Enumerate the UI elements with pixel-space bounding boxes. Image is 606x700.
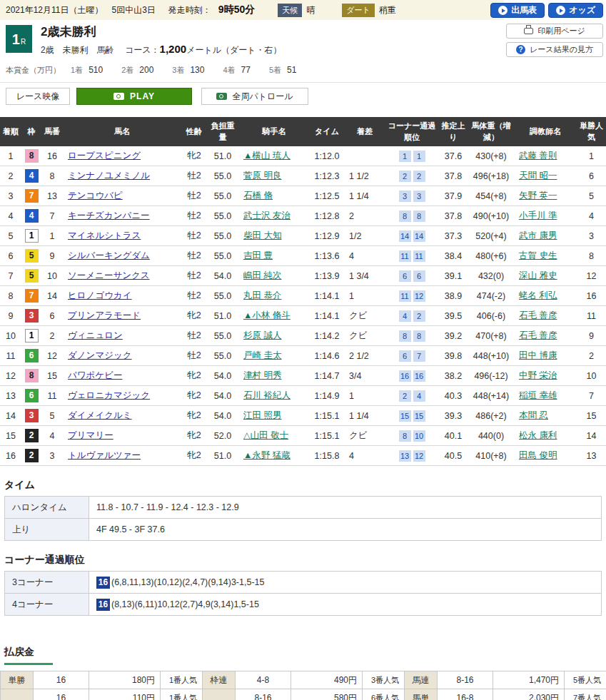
trainer-link[interactable]: 深山 雅史 bbox=[519, 270, 557, 280]
horse-link[interactable]: キーチズカンパニー bbox=[68, 210, 150, 220]
cell-last-3f: 38.4 bbox=[438, 246, 468, 266]
result-row: 12 8 15 パワポケビー 牝2 54.0 津村 明秀 1:14.7 3/4 … bbox=[0, 366, 606, 386]
race-number-box: 1 R bbox=[6, 25, 32, 53]
horse-link[interactable]: プリンアラモード bbox=[68, 310, 141, 320]
result-row: 10 1 2 ヴィニュロン 牡2 55.0 杉原 誠人 1:14.2 クビ 88… bbox=[0, 326, 606, 346]
topbar: 2021年12月11日（土曜） 5回中山3日 発走時刻： 9時50分 天候 晴 … bbox=[0, 0, 504, 20]
trainer-link[interactable]: 小手川 準 bbox=[519, 210, 557, 220]
corner-chip: 14 bbox=[413, 230, 425, 242]
trainer-link[interactable]: 蛯名 利弘 bbox=[519, 290, 557, 300]
patrol-video-button[interactable]: 全周パトロール bbox=[201, 88, 308, 105]
cell-trainer: 稲垣 幸雄 bbox=[514, 386, 577, 406]
cell-time: 1:12.3 bbox=[310, 166, 344, 186]
quinella-amount: 1,470円 bbox=[493, 671, 565, 689]
jockey-link[interactable]: 嶋田 純次 bbox=[243, 270, 281, 280]
cell-corner-order: 66 bbox=[385, 266, 438, 286]
jockey-link[interactable]: △山田 敬士 bbox=[243, 430, 288, 440]
cell-bracket: 4 bbox=[21, 166, 41, 186]
trainer-link[interactable]: 石毛 善彦 bbox=[519, 310, 557, 320]
furlong-times-value: 11.8 - 10.7 - 11.9 - 12.4 - 12.3 - 12.9 bbox=[89, 497, 602, 519]
jockey-link[interactable]: ▲永野 猛蔵 bbox=[243, 450, 291, 460]
help-icon: ? bbox=[516, 45, 525, 54]
cell-trainer: 深山 雅史 bbox=[514, 266, 577, 286]
entries-button[interactable]: 出馬表 bbox=[490, 3, 545, 18]
jockey-link[interactable]: ▲横山 琉人 bbox=[243, 151, 291, 161]
trainer-link[interactable]: 稲垣 幸雄 bbox=[519, 390, 557, 400]
jockey-link[interactable]: 石川 裕紀人 bbox=[243, 390, 291, 400]
cell-finish-position: 8 bbox=[0, 286, 21, 306]
horse-link[interactable]: ヒロノゴウカイ bbox=[68, 290, 132, 300]
course-detail: メートル（ダート・右） bbox=[186, 45, 281, 55]
result-row: 8 7 14 ヒロノゴウカイ 牡2 55.0 丸田 恭介 1:14.1 1 11… bbox=[0, 286, 606, 306]
jockey-link[interactable]: 石橋 脩 bbox=[243, 191, 273, 201]
trainer-link[interactable]: 石毛 善彦 bbox=[519, 330, 557, 340]
col-horse-number: 馬番 bbox=[41, 117, 63, 146]
result-row: 2 4 8 ミンナノユメミノル 牡2 55.0 菅原 明良 1:12.3 1 1… bbox=[0, 166, 606, 186]
jockey-link[interactable]: 柴田 大知 bbox=[243, 230, 281, 240]
cell-corner-order: 1111 bbox=[385, 246, 438, 266]
trainer-link[interactable]: 松永 康利 bbox=[519, 430, 557, 440]
jockey-link[interactable]: 戸崎 圭太 bbox=[243, 350, 281, 360]
play-button[interactable]: PLAY bbox=[76, 88, 192, 105]
horse-link[interactable]: ロープスピニング bbox=[68, 151, 141, 161]
cell-corner-order: 1414 bbox=[385, 226, 438, 246]
race-video-button[interactable]: レース映像 bbox=[6, 88, 70, 105]
cell-trainer: 天間 昭一 bbox=[514, 166, 577, 186]
jockey-link[interactable]: 菅原 明良 bbox=[243, 171, 281, 181]
horse-link[interactable]: ミンナノユメミノル bbox=[68, 171, 150, 181]
trainer-link[interactable]: 矢野 英一 bbox=[519, 191, 557, 201]
top-right-buttons: 出馬表 オッズ bbox=[490, 3, 603, 18]
horse-link[interactable]: プリマリー bbox=[68, 430, 113, 440]
horse-link[interactable]: シルバーキングダム bbox=[68, 250, 150, 260]
horse-link[interactable]: ヴェロニカマジック bbox=[68, 390, 150, 400]
trainer-link[interactable]: 武市 康男 bbox=[519, 230, 557, 240]
horse-link[interactable]: ヴィニュロン bbox=[68, 330, 123, 340]
jockey-link[interactable]: ▲小林 脩斗 bbox=[243, 310, 291, 320]
horse-link[interactable]: パワポケビー bbox=[68, 370, 122, 380]
result-row: 5 1 1 マイネルシトラス 牡2 55.0 柴田 大知 1:12.9 1/2 … bbox=[0, 226, 606, 246]
corner-chip: 11 bbox=[413, 250, 425, 262]
weather-label: 天候 bbox=[278, 4, 302, 17]
prize-item: 3着130 bbox=[172, 65, 204, 76]
trainer-link[interactable]: 古賀 史生 bbox=[519, 250, 557, 260]
print-page-button[interactable]: 印刷用ページ bbox=[506, 24, 603, 39]
trainer-link[interactable]: 武藤 善則 bbox=[519, 151, 557, 161]
corner-3-row: 3コーナー 16(6,8,11,13)(10,12)(2,4,7)(9,14)3… bbox=[5, 572, 602, 594]
trainer-link[interactable]: 田島 俊明 bbox=[519, 450, 557, 460]
trainer-link[interactable]: 中野 栄治 bbox=[519, 370, 557, 380]
cell-corner-order: 1616 bbox=[385, 366, 438, 386]
cell-trainer: 石毛 善彦 bbox=[514, 326, 577, 346]
corner-chip: 11 bbox=[399, 250, 411, 262]
jockey-link[interactable]: 丸田 恭介 bbox=[243, 290, 281, 300]
cell-finish-position: 5 bbox=[0, 226, 21, 246]
cell-carried-weight: 55.0 bbox=[207, 206, 238, 226]
jockey-link[interactable]: 吉田 豊 bbox=[243, 250, 273, 260]
corner-4-row: 4コーナー 16(8,13)(6,11)10,12(2,7)4,9(3,14)1… bbox=[5, 594, 602, 616]
horse-link[interactable]: テンコウバピ bbox=[68, 191, 123, 201]
trainer-link[interactable]: 本間 忍 bbox=[519, 410, 548, 420]
horse-link[interactable]: マイネルシトラス bbox=[68, 230, 141, 240]
jockey-link[interactable]: 津村 明秀 bbox=[243, 370, 281, 380]
horse-link[interactable]: ダノンマジック bbox=[68, 350, 132, 360]
result-help-button[interactable]: ? レース結果の見方 bbox=[506, 42, 603, 57]
jockey-link[interactable]: 杉原 誠人 bbox=[243, 330, 281, 340]
corner-chip: 8 bbox=[399, 430, 411, 442]
patrol-camera-icon bbox=[216, 93, 227, 100]
horse-link[interactable]: ダイメイクルミ bbox=[68, 410, 132, 420]
cell-horse-number: 9 bbox=[41, 246, 63, 266]
patrol-button-label: 全周パトロール bbox=[232, 91, 293, 103]
jockey-link[interactable]: 武士沢 友治 bbox=[243, 210, 291, 220]
corner-chip: 8 bbox=[399, 210, 411, 222]
trainer-link[interactable]: 田中 博康 bbox=[519, 350, 557, 360]
corner-chip: 6 bbox=[399, 350, 411, 362]
odds-button[interactable]: オッズ bbox=[548, 3, 603, 18]
trainer-link[interactable]: 天間 昭一 bbox=[519, 171, 557, 181]
cell-jockey: 吉田 豊 bbox=[238, 246, 310, 266]
prize-money-row: 本賞金（万円） 1着510 2着200 3着130 4着77 5着51 bbox=[6, 65, 600, 76]
bracket-badge: 8 bbox=[25, 369, 39, 382]
cell-horse-name: ヴェロニカマジック bbox=[63, 386, 181, 406]
jockey-link[interactable]: 江田 照男 bbox=[243, 410, 281, 420]
horse-link[interactable]: ソーメニーサンクス bbox=[68, 270, 150, 280]
results-header-row: 着順 枠 馬番 馬名 性齢 負担重量 騎手名 タイム 着差 コーナー通過順位 推… bbox=[0, 117, 606, 146]
horse-link[interactable]: トルヴァルツァー bbox=[68, 450, 141, 460]
